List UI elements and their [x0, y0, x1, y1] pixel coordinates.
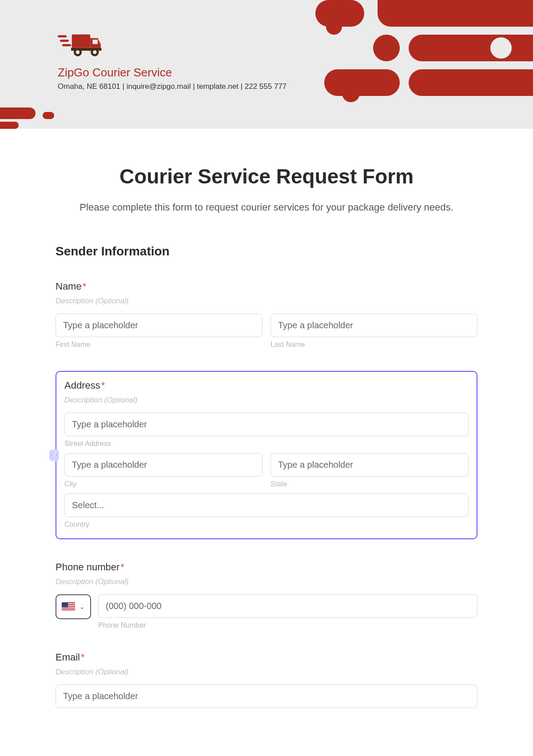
form-container: Courier Service Request Form Please comp…	[56, 129, 477, 708]
chevron-down-icon: ⌄	[80, 603, 85, 610]
section-sender-heading: Sender Information	[56, 244, 477, 259]
svg-point-7	[76, 50, 80, 54]
decor-shape	[43, 112, 54, 119]
phone-sublabel: Phone Number	[98, 621, 477, 629]
phone-description[interactable]: Description (Optional)	[56, 577, 477, 586]
logo-area: ZipGo Courier Service Omaha, NE 68101 | …	[58, 31, 286, 91]
decor-shape	[490, 37, 512, 59]
email-label-text: Email	[56, 652, 80, 663]
decor-shape	[326, 19, 342, 35]
phone-label: Phone number*	[56, 561, 477, 573]
phone-field-group: Phone number* Description (Optional) ⌄ P…	[56, 561, 477, 629]
address-label: Address*	[64, 380, 469, 391]
email-description[interactable]: Description (Optional)	[56, 668, 477, 676]
street-address-sublabel: Street Address	[64, 440, 469, 448]
phone-number-input[interactable]	[98, 594, 477, 618]
decor-shape	[0, 107, 36, 119]
svg-rect-1	[60, 40, 69, 42]
required-asterisk: *	[83, 281, 87, 292]
last-name-input[interactable]	[270, 314, 477, 337]
svg-rect-2	[62, 44, 71, 46]
city-input[interactable]	[64, 453, 263, 477]
svg-rect-4	[92, 40, 98, 44]
address-label-text: Address	[64, 380, 100, 391]
decor-shape	[324, 69, 400, 96]
state-sublabel: State	[270, 480, 469, 488]
required-asterisk: *	[120, 561, 124, 573]
country-code-select[interactable]: ⌄	[56, 594, 91, 619]
street-address-input[interactable]	[64, 413, 469, 436]
city-sublabel: City	[64, 480, 263, 488]
us-flag-icon	[62, 602, 75, 611]
required-asterisk: *	[101, 380, 105, 391]
company-meta: Omaha, NE 68101 | inquire@zipgo.mail | t…	[58, 82, 286, 91]
last-name-sublabel: Last Name	[270, 341, 477, 349]
decor-shape	[409, 35, 533, 61]
svg-rect-3	[72, 35, 91, 48]
company-name: ZipGo Courier Service	[58, 66, 286, 80]
drag-handle-icon[interactable]: ⋮⋮	[49, 450, 59, 461]
address-field-group[interactable]: ⋮⋮ Address* Description (Optional) Stree…	[56, 371, 477, 539]
name-label: Name*	[56, 281, 477, 292]
email-field-group: Email* Description (Optional)	[56, 652, 477, 708]
decor-shape	[0, 122, 19, 129]
decor-shape	[409, 69, 533, 96]
address-description[interactable]: Description (Optional)	[64, 396, 469, 405]
required-asterisk: *	[81, 652, 85, 663]
email-label: Email*	[56, 652, 477, 663]
decor-shape	[342, 84, 360, 102]
decor-shape	[378, 0, 533, 27]
name-label-text: Name	[56, 281, 82, 292]
first-name-input[interactable]	[56, 314, 263, 337]
email-input[interactable]	[56, 684, 477, 708]
state-input[interactable]	[270, 453, 469, 477]
country-sublabel: Country	[64, 521, 469, 529]
first-name-sublabel: First Name	[56, 341, 263, 349]
form-title: Courier Service Request Form	[56, 164, 477, 188]
header-band: ZipGo Courier Service Omaha, NE 68101 | …	[0, 0, 533, 129]
phone-label-text: Phone number	[56, 561, 119, 573]
name-description[interactable]: Description (Optional)	[56, 297, 477, 306]
decor-shape	[373, 35, 400, 61]
svg-rect-0	[58, 35, 67, 37]
truck-icon	[58, 31, 102, 58]
form-subtitle: Please complete this form to request cou…	[56, 202, 477, 213]
country-select[interactable]	[64, 493, 469, 517]
name-field-group: Name* Description (Optional) First Name …	[56, 281, 477, 349]
svg-point-9	[93, 50, 96, 54]
